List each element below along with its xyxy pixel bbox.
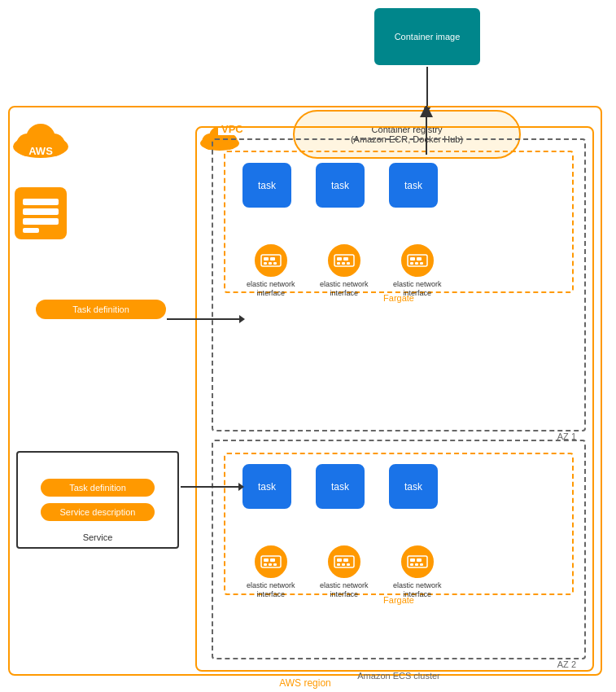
arrow-taskdef-az1 xyxy=(167,318,240,320)
az2-label: AZ 2 xyxy=(557,659,576,669)
svg-text:AWS: AWS xyxy=(28,145,53,157)
svg-rect-27 xyxy=(410,257,415,261)
container-image-label: Container image xyxy=(395,32,461,42)
task-az2-2: task xyxy=(316,464,365,509)
service-box: Task definition Service description Serv… xyxy=(16,451,179,549)
eni-label-az1-3: elastic networkinterface xyxy=(393,280,442,298)
svg-rect-17 xyxy=(264,262,267,265)
eni-label-az1-2: elastic networkinterface xyxy=(320,280,369,298)
svg-rect-16 xyxy=(270,257,275,261)
service-task-definition: Task definition xyxy=(41,479,155,497)
service-label: Service xyxy=(83,532,113,542)
svg-rect-11 xyxy=(23,208,59,215)
ecs-cluster-label: Amazon ECS cluster xyxy=(357,671,439,681)
svg-rect-21 xyxy=(337,257,342,261)
svg-rect-45 xyxy=(410,558,415,562)
arrow-image-to-registry xyxy=(426,67,428,107)
eni-icon-az2-3 xyxy=(400,544,435,580)
svg-rect-35 xyxy=(264,563,267,566)
task-az1-2: task xyxy=(316,163,365,208)
aws-region-label: AWS region xyxy=(279,677,331,689)
svg-rect-19 xyxy=(273,262,277,265)
task-definition-standalone: Task definition xyxy=(36,300,166,319)
aws-cloud-icon: AWS xyxy=(11,117,70,161)
task-az2-3: task xyxy=(389,464,438,509)
ecs-icon xyxy=(13,186,68,243)
task-az1-3: task xyxy=(389,163,438,208)
svg-rect-31 xyxy=(420,262,423,265)
eni-az2-3: elastic networkinterface xyxy=(393,544,442,599)
svg-rect-23 xyxy=(337,262,340,265)
svg-rect-42 xyxy=(342,563,345,566)
eni-icon-az2-2 xyxy=(326,544,362,580)
container-image-box: Container image xyxy=(374,8,480,65)
eni-icon-az1-2 xyxy=(326,243,362,278)
arrow-service-az2 xyxy=(181,486,239,488)
svg-rect-47 xyxy=(410,563,413,566)
svg-rect-49 xyxy=(420,563,423,566)
eni-icon-az1-1 xyxy=(253,243,289,278)
svg-rect-22 xyxy=(343,257,348,261)
eni-label-az2-2: elastic networkinterface xyxy=(320,581,369,599)
svg-rect-37 xyxy=(273,563,277,566)
eni-az2-2: elastic networkinterface xyxy=(320,544,369,599)
svg-rect-41 xyxy=(337,563,340,566)
svg-rect-15 xyxy=(264,257,269,261)
svg-rect-12 xyxy=(23,218,59,225)
task-az1-1: task xyxy=(242,163,291,208)
svg-rect-34 xyxy=(270,558,275,562)
eni-label-az1-1: elastic networkinterface xyxy=(247,280,295,298)
eni-icon-az2-1 xyxy=(253,544,289,580)
eni-label-az2-3: elastic networkinterface xyxy=(393,581,442,599)
svg-rect-40 xyxy=(343,558,348,562)
task-az2-1: task xyxy=(242,464,291,509)
svg-rect-25 xyxy=(347,262,350,265)
eni-az2-1: elastic networkinterface xyxy=(247,544,295,599)
svg-rect-43 xyxy=(347,563,350,566)
svg-rect-48 xyxy=(415,563,418,566)
eni-icon-az1-3 xyxy=(400,243,435,278)
eni-label-az2-1: elastic networkinterface xyxy=(247,581,295,599)
svg-rect-36 xyxy=(269,563,272,566)
eni-az1-2: elastic networkinterface xyxy=(320,243,369,298)
eni-az1-3: elastic networkinterface xyxy=(393,243,442,298)
svg-rect-18 xyxy=(269,262,272,265)
svg-rect-39 xyxy=(337,558,342,562)
service-description: Service description xyxy=(41,503,155,521)
svg-rect-46 xyxy=(417,558,422,562)
svg-rect-10 xyxy=(23,199,59,205)
svg-rect-13 xyxy=(23,228,39,233)
eni-az1-1: elastic networkinterface xyxy=(247,243,295,298)
svg-rect-33 xyxy=(264,558,269,562)
svg-rect-24 xyxy=(342,262,345,265)
svg-rect-28 xyxy=(417,257,422,261)
svg-rect-29 xyxy=(410,262,413,265)
svg-rect-30 xyxy=(415,262,418,265)
